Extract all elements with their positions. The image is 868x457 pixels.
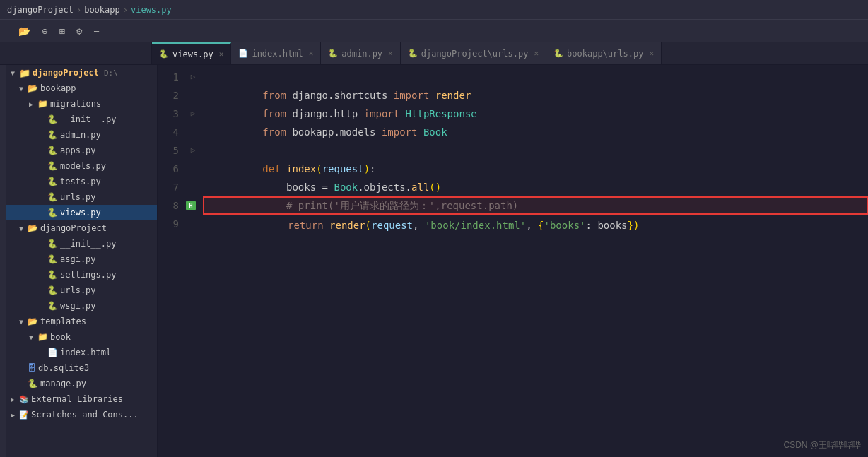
tree-label-asgipy: asgi.py [60, 254, 96, 264]
breadcrumb-app[interactable]: bookapp [84, 5, 120, 15]
code-lines[interactable]: from django.shortcuts import render from… [200, 65, 868, 233]
tree-item-adminpy[interactable]: 🐍 admin.py [6, 127, 157, 143]
tree-item-appspy[interactable]: 🐍 apps.py [6, 143, 157, 158]
toolbar-icon-add[interactable]: ⊕ [39, 24, 50, 38]
tree-label-urlspy2: urls.py [60, 285, 96, 295]
tree-label-indexhtml: index.html [60, 348, 111, 357]
arrow-migrations: ▶ [27, 100, 35, 108]
tab-close-ba-urls[interactable]: ✕ [649, 49, 654, 58]
tree-item-root[interactable]: ▼ 📁 djangoProject D:\ [6, 65, 157, 81]
tree-item-testspy[interactable]: 🐍 tests.py [6, 174, 157, 189]
code-line-9 [203, 215, 868, 233]
tab-djangoproject-urls[interactable]: 🐍 djangoProject\urls.py ✕ [401, 42, 546, 64]
toolbar-icon-settings[interactable]: ⚙ [74, 24, 85, 38]
tree-label-init2: __init__.py [60, 239, 116, 249]
tab-admin-py[interactable]: 🐍 admin.py ✕ [321, 42, 400, 64]
tab-close-index[interactable]: ✕ [309, 49, 314, 58]
breadcrumb-project[interactable]: djangoProject [7, 5, 74, 15]
code-area: 1 2 3 4 5 6 7 8 9 ▷ ▷ ▷ H [158, 65, 868, 233]
tree-label-book: book [50, 332, 71, 342]
breadcrumb: djangoProject › bookapp › views.py [7, 5, 172, 15]
tree-item-djangoproject-sub[interactable]: ▼ 📂 djangoProject [6, 220, 157, 236]
tree-item-urlspy2[interactable]: 🐍 urls.py [6, 283, 157, 298]
tree-item-db[interactable]: 🗄 db.sqlite3 [6, 360, 157, 376]
tab-close-admin[interactable]: ✕ [388, 49, 393, 58]
tree-label-settingspy: settings.py [60, 270, 116, 280]
arrow-root: ▼ [8, 69, 17, 77]
tab-icon-ba-urls: 🐍 [553, 49, 563, 58]
tree-item-init2[interactable]: 🐍 __init__.py [6, 236, 157, 251]
tab-icon-admin: 🐍 [328, 49, 338, 58]
code-line-1: from django.shortcuts import render [203, 68, 868, 86]
tree-item-viewspy[interactable]: 🐍 views.py [6, 205, 157, 220]
tree-label-root: djangoProject [33, 68, 99, 78]
arrow-bookapp: ▼ [17, 85, 25, 93]
tree-label-bookapp: bookapp [40, 83, 76, 93]
tree-label-ext: External Libraries [31, 394, 123, 404]
tree-label-init1: __init__.py [60, 114, 116, 124]
tree-item-indexhtml[interactable]: 📄 index.html [6, 345, 157, 360]
tree-label-wsgipy: wsgi.py [60, 301, 96, 311]
breadcrumb-sep1: › [76, 5, 81, 15]
tree-item-wsgipy[interactable]: 🐍 wsgi.py [6, 298, 157, 314]
arrow-book: ▼ [27, 333, 35, 341]
tree-item-bookapp[interactable]: ▼ 📂 bookapp [6, 81, 157, 96]
watermark: CSDN @王哔哔哔哔 [783, 439, 861, 451]
tab-label-dj-urls: djangoProject\urls.py [421, 49, 529, 59]
tab-bookapp-urls[interactable]: 🐍 bookapp\urls.py ✕ [546, 42, 662, 64]
tree-item-managepy[interactable]: 🐍 manage.py [6, 376, 157, 391]
tree-label-urlspy1: urls.py [60, 192, 96, 202]
tree-label-migrations: migrations [50, 99, 101, 109]
tree-item-templates[interactable]: ▼ 📂 templates [6, 314, 157, 329]
tab-icon-index: 📄 [238, 49, 248, 58]
file-tree[interactable]: ▼ 📁 djangoProject D:\ ▼ 📂 bookapp ▶ 📁 mi… [6, 65, 158, 457]
breadcrumb-sep2: › [123, 5, 128, 15]
tree-label-managepy: manage.py [40, 379, 86, 388]
tab-views-py[interactable]: 🐍 views.py ✕ [152, 42, 231, 64]
code-line-4 [203, 123, 868, 141]
tree-label-appspy: apps.py [60, 146, 96, 155]
code-line-2: from django.http import HttpResponse [203, 86, 868, 105]
code-editor[interactable]: 1 2 3 4 5 6 7 8 9 ▷ ▷ ▷ H [158, 65, 868, 457]
tab-icon-views: 🐍 [159, 49, 169, 59]
tree-item-scratches[interactable]: ▶ 📝 Scratches and Cons... [6, 407, 157, 422]
code-line-7: # print('用户请求的路径为：',request.path) [203, 178, 868, 196]
breakpoint-h: H [186, 201, 196, 210]
tree-item-urlspy1[interactable]: 🐍 urls.py [6, 189, 157, 205]
line-numbers: 1 2 3 4 5 6 7 8 9 [158, 65, 186, 233]
toolbar-icon-folder[interactable]: 📂 [16, 24, 33, 38]
arrow-scratches: ▶ [8, 411, 17, 419]
tree-item-migrations[interactable]: ▶ 📁 migrations [6, 96, 157, 112]
tab-label-views: views.py [172, 49, 213, 59]
tree-item-init1[interactable]: 🐍 __init__.py [6, 112, 157, 127]
tree-item-modelspy[interactable]: 🐍 models.py [6, 158, 157, 174]
arrow-templates: ▼ [17, 318, 25, 326]
tree-label-scratches: Scratches and Cons... [31, 410, 139, 420]
arrow-ext: ▶ [8, 396, 17, 403]
tree-item-book[interactable]: ▼ 📁 book [6, 329, 157, 345]
tab-close-dj-urls[interactable]: ✕ [534, 49, 539, 58]
tab-close-views[interactable]: ✕ [219, 49, 224, 59]
toolbar-icon-minus[interactable]: − [90, 24, 102, 38]
main-content: ▼ 📁 djangoProject D:\ ▼ 📂 bookapp ▶ 📁 mi… [0, 65, 868, 457]
code-line-6: books = Book.objects.all() [203, 160, 868, 178]
tree-path: D:\ [104, 69, 118, 78]
tab-bar: 🐍 views.py ✕ 📄 index.html ✕ 🐍 admin.py ✕… [0, 42, 868, 65]
tab-index-html[interactable]: 📄 index.html ✕ [231, 42, 321, 64]
tree-label-testspy: tests.py [60, 177, 101, 186]
tree-label-modelspy: models.py [60, 161, 106, 171]
code-line-5: def index(request): [203, 141, 868, 160]
tree-label-viewspy: views.py [60, 208, 101, 218]
tree-label-dj-sub: djangoProject [40, 223, 107, 233]
tab-label-index: index.html [252, 49, 303, 59]
title-bar: djangoProject › bookapp › views.py [0, 0, 868, 20]
tab-icon-dj-urls: 🐍 [408, 49, 418, 58]
tree-item-ext-libs[interactable]: ▶ 📚 External Libraries [6, 391, 157, 407]
arrow-dj-sub: ▼ [17, 225, 25, 232]
gutter: ▷ ▷ ▷ H [186, 65, 200, 233]
tree-item-asgipy[interactable]: 🐍 asgi.py [6, 251, 157, 267]
tree-label-templates: templates [40, 316, 86, 326]
tree-item-settingspy[interactable]: 🐍 settings.py [6, 267, 157, 283]
code-line-3: from bookapp.models import Book [203, 105, 868, 123]
toolbar-icon-collapse[interactable]: ⊞ [56, 24, 67, 38]
